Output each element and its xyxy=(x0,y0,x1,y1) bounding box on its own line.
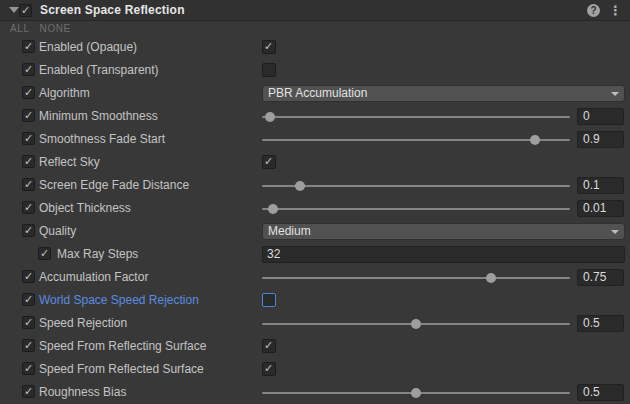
override-checkbox-enabled-opaque[interactable] xyxy=(22,40,35,53)
row-roughness-bias: Roughness Bias0.5 xyxy=(0,381,630,404)
value-area: 0.1 xyxy=(262,174,625,197)
kebab-menu-icon[interactable]: ⋮ xyxy=(609,4,622,17)
object-thickness-slider[interactable] xyxy=(262,197,570,220)
slider-track[interactable] xyxy=(262,208,570,210)
field-label: Enabled (Transparent) xyxy=(39,63,159,77)
field-label: Algorithm xyxy=(39,86,90,100)
row-speed-from-reflected-surface: Speed From Reflected Surface xyxy=(0,358,630,381)
value-area xyxy=(262,151,625,174)
value-area: 32 xyxy=(262,243,625,266)
algorithm-dropdown[interactable]: PBR Accumulation xyxy=(262,85,625,102)
slider-track[interactable] xyxy=(262,277,570,279)
override-checkbox-screen-edge-fade-distance[interactable] xyxy=(22,178,35,191)
override-checkbox-accumulation-factor[interactable] xyxy=(22,270,35,283)
override-checkbox-quality[interactable] xyxy=(22,224,35,237)
foldout-arrow-icon[interactable] xyxy=(9,7,19,13)
reflect-sky-checkbox[interactable] xyxy=(262,155,276,169)
value-area xyxy=(262,358,625,381)
slider-knob[interactable] xyxy=(530,135,540,145)
field-label: Speed Rejection xyxy=(39,316,127,330)
override-checkbox-object-thickness[interactable] xyxy=(22,201,35,214)
rows: Enabled (Opaque)Enabled (Transparent)Alg… xyxy=(0,36,630,404)
slider-track[interactable] xyxy=(262,139,570,141)
override-checkbox-reflect-sky[interactable] xyxy=(22,155,35,168)
value-area xyxy=(262,59,625,82)
override-checkbox-enabled-transparent[interactable] xyxy=(22,63,35,76)
override-checkbox-speed-from-reflected-surface[interactable] xyxy=(22,362,35,375)
field-label: Roughness Bias xyxy=(39,385,126,399)
override-checkbox-speed-rejection[interactable] xyxy=(22,316,35,329)
field-label: Minimum Smoothness xyxy=(39,109,158,123)
row-smoothness-fade-start: Smoothness Fade Start0.9 xyxy=(0,128,630,151)
speed-rejection-slider[interactable] xyxy=(262,312,570,335)
chevron-down-icon xyxy=(611,230,619,234)
row-speed-rejection: Speed Rejection0.5 xyxy=(0,312,630,335)
minimum-smoothness-slider[interactable] xyxy=(262,105,570,128)
row-reflect-sky: Reflect Sky xyxy=(0,151,630,174)
screen-edge-fade-distance-value-field[interactable]: 0.1 xyxy=(577,177,624,194)
row-max-ray-steps: Max Ray Steps32 xyxy=(0,243,630,266)
row-object-thickness: Object Thickness0.01 xyxy=(0,197,630,220)
speed-from-reflected-surface-checkbox[interactable] xyxy=(262,362,276,376)
field-label: Accumulation Factor xyxy=(39,270,148,284)
slider-track[interactable] xyxy=(262,116,570,118)
accumulation-factor-value-field[interactable]: 0.75 xyxy=(577,269,624,286)
world-space-speed-rejection-checkbox[interactable] xyxy=(262,293,276,307)
override-checkbox-world-space-speed-rejection[interactable] xyxy=(22,293,35,306)
quality-dropdown[interactable]: Medium xyxy=(262,223,625,240)
speed-from-reflecting-surface-checkbox[interactable] xyxy=(262,339,276,353)
row-quality: QualityMedium xyxy=(0,220,630,243)
accumulation-factor-slider[interactable] xyxy=(262,266,570,289)
field-label: Screen Edge Fade Distance xyxy=(39,178,189,192)
max-ray-steps-field[interactable]: 32 xyxy=(262,246,625,263)
slider-knob[interactable] xyxy=(411,388,421,398)
speed-rejection-value-field[interactable]: 0.5 xyxy=(577,315,624,332)
override-checkbox-minimum-smoothness[interactable] xyxy=(22,109,35,122)
value-area: 0.01 xyxy=(262,197,625,220)
value-area: 0.5 xyxy=(262,312,625,335)
slider-knob[interactable] xyxy=(265,112,275,122)
toggle-none-button[interactable]: NONE xyxy=(40,23,71,34)
dropdown-selected-value: PBR Accumulation xyxy=(268,86,367,100)
field-label: Object Thickness xyxy=(39,201,131,215)
override-quick-toggle: ALL NONE xyxy=(10,22,71,35)
field-label: World Space Speed Rejection xyxy=(39,293,199,307)
row-enabled-opaque: Enabled (Opaque) xyxy=(0,36,630,59)
chevron-down-icon xyxy=(611,92,619,96)
override-checkbox-algorithm[interactable] xyxy=(22,86,35,99)
slider-knob[interactable] xyxy=(486,273,496,283)
override-checkbox-roughness-bias[interactable] xyxy=(22,385,35,398)
smoothness-fade-start-slider[interactable] xyxy=(262,128,570,151)
roughness-bias-slider[interactable] xyxy=(262,381,570,404)
enabled-opaque-checkbox[interactable] xyxy=(262,40,276,54)
slider-track[interactable] xyxy=(262,185,570,187)
roughness-bias-value-field[interactable]: 0.5 xyxy=(577,384,624,401)
field-label: Speed From Reflecting Surface xyxy=(39,339,206,353)
screen-edge-fade-distance-slider[interactable] xyxy=(262,174,570,197)
slider-knob[interactable] xyxy=(295,181,305,191)
value-area: Medium xyxy=(262,220,625,243)
override-checkbox-speed-from-reflecting-surface[interactable] xyxy=(22,339,35,352)
smoothness-fade-start-value-field[interactable]: 0.9 xyxy=(577,131,624,148)
component-enabled-checkbox[interactable] xyxy=(19,4,32,17)
slider-knob[interactable] xyxy=(268,204,278,214)
value-area xyxy=(262,289,625,312)
object-thickness-value-field[interactable]: 0.01 xyxy=(577,200,624,217)
toggle-all-button[interactable]: ALL xyxy=(10,23,30,34)
field-label: Quality xyxy=(39,224,76,238)
slider-knob[interactable] xyxy=(411,319,421,329)
dropdown-selected-value: Medium xyxy=(268,224,311,238)
override-checkbox-max-ray-steps[interactable] xyxy=(38,247,51,260)
field-label: Speed From Reflected Surface xyxy=(39,362,204,376)
value-area: 0.75 xyxy=(262,266,625,289)
override-checkbox-smoothness-fade-start[interactable] xyxy=(22,132,35,145)
minimum-smoothness-value-field[interactable]: 0 xyxy=(577,108,624,125)
row-enabled-transparent: Enabled (Transparent) xyxy=(0,59,630,82)
enabled-transparent-checkbox[interactable] xyxy=(262,63,276,77)
component-header[interactable]: Screen Space Reflection ? ⋮ xyxy=(0,0,630,21)
value-area: PBR Accumulation xyxy=(262,82,625,105)
value-area: 0.9 xyxy=(262,128,625,151)
help-icon[interactable]: ? xyxy=(587,4,600,17)
row-algorithm: AlgorithmPBR Accumulation xyxy=(0,82,630,105)
row-accumulation-factor: Accumulation Factor0.75 xyxy=(0,266,630,289)
